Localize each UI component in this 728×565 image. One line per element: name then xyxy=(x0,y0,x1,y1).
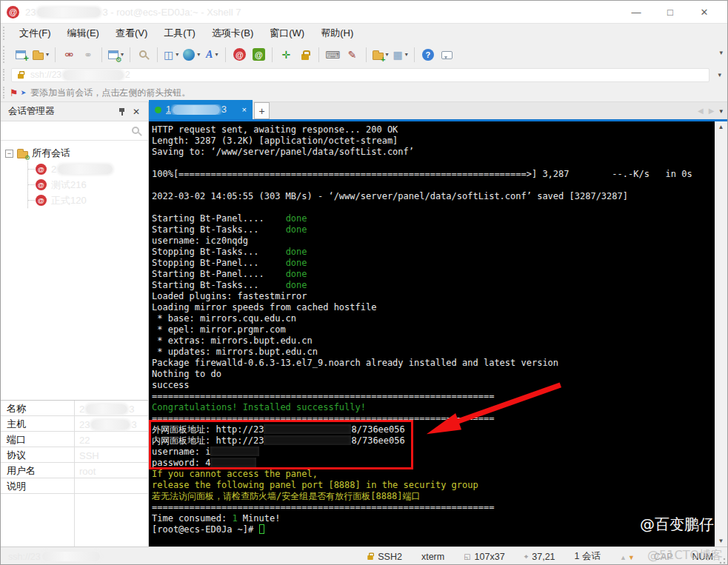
text-segment: Package firewalld-0.6.3-13.el7_9.noarch … xyxy=(152,358,558,368)
property-label: 说明 xyxy=(1,478,75,493)
tree-root-all-sessions[interactable]: − 所有会话 xyxy=(5,145,148,161)
menu-item-4[interactable]: 选项卡(B) xyxy=(204,24,261,43)
text-segment: HTTP request sent, awaiting response... … xyxy=(152,124,398,135)
xshell-button[interactable]: @ xyxy=(230,45,249,64)
text-segment: 23 xyxy=(25,7,36,18)
scroll-up-icon[interactable]: ▲ xyxy=(718,121,724,133)
property-filler xyxy=(1,494,148,546)
tab-list-dropdown-icon[interactable]: ▾ xyxy=(719,107,723,115)
text-segment: Loaded plugins: fastestmirror xyxy=(152,291,307,301)
property-label: 名称 xyxy=(1,401,75,415)
position-icon: ⌖ xyxy=(524,552,529,561)
session-icon: @ xyxy=(36,179,47,190)
menu-item-5[interactable]: 窗口(W) xyxy=(261,24,313,43)
protocol-indicator[interactable]: SSH2 xyxy=(357,551,412,563)
open-session-button[interactable]: ▾ xyxy=(30,45,51,64)
scroll-up-icon[interactable]: ▲ xyxy=(620,554,627,561)
session-properties-button[interactable]: ▾ xyxy=(106,45,126,64)
minimize-button[interactable]: — xyxy=(619,1,653,22)
pin-panel-button[interactable] xyxy=(114,104,129,119)
tabbar: 13 × + ◀ ▶ ▾ xyxy=(149,102,727,121)
scroll-buttons[interactable]: ▲▼ xyxy=(610,551,644,563)
menu-item-0[interactable]: 文件(F) xyxy=(11,24,59,43)
menu-item-3[interactable]: 工具(T) xyxy=(156,24,204,43)
help-button[interactable]: ? xyxy=(418,45,438,64)
maximize-button[interactable]: □ xyxy=(653,1,687,22)
new-folder-button[interactable]: ▾ xyxy=(370,45,391,64)
fullscreen-button[interactable]: ✛ xyxy=(276,45,295,64)
reconnect-button[interactable]: ⚭ xyxy=(79,45,98,64)
text-segment: SSH xyxy=(79,450,99,461)
terminal-line-23: Nothing to do xyxy=(152,369,712,380)
dropdown-arrow-icon[interactable]: ▾ xyxy=(386,51,389,58)
layout-button[interactable]: ◫▾ xyxy=(161,45,181,64)
compose-button[interactable]: ✎ xyxy=(343,45,362,64)
menu-item-2[interactable]: 查看(V) xyxy=(107,24,156,43)
property-row-3: 协议SSH xyxy=(1,447,148,463)
address-field[interactable]: ssh://232 xyxy=(11,68,709,82)
session-tree: − 所有会话 @2@测试216@正式120 xyxy=(1,141,148,400)
text-segment: root xyxy=(79,466,96,477)
infobar: ⚑ ➤ 要添加当前会话，点击左侧的箭头按钮。 xyxy=(1,84,727,102)
dropdown-arrow-icon[interactable]: ▾ xyxy=(215,51,218,58)
terminal-line-22: Package firewalld-0.6.3-13.el7_9.noarch … xyxy=(152,358,712,369)
address-dropdown-arrow[interactable]: ▾ xyxy=(718,71,721,78)
link-icon: ⚭ xyxy=(84,50,93,60)
session-item-3[interactable]: @正式120 xyxy=(28,193,148,208)
property-row-2: 端口22 xyxy=(1,432,148,447)
xftp-button[interactable]: @ xyxy=(249,45,268,64)
cursor-position[interactable]: ⌖37,21 xyxy=(515,551,565,563)
menu-item-1[interactable]: 编辑(E) xyxy=(59,24,107,43)
terminal-line-20: * extras: mirrors.bupt.edu.cn xyxy=(152,335,712,347)
session-manager-title: 会话管理器 xyxy=(8,105,114,118)
terminal[interactable]: HTTP request sent, awaiting response... … xyxy=(149,121,727,546)
new-session-button[interactable] xyxy=(11,45,30,64)
add-session-arrow-icon: ➤ xyxy=(21,89,27,96)
scroll-down-icon[interactable]: ▼ xyxy=(718,535,724,546)
open-in-browser-button[interactable]: ▾ xyxy=(181,45,202,64)
annotation-red-box xyxy=(149,420,413,469)
terminal-size[interactable]: ◱107x37 xyxy=(454,551,514,563)
dropdown-arrow-icon[interactable]: ▾ xyxy=(405,51,408,58)
new-tab-button[interactable]: + xyxy=(254,102,270,119)
dropdown-arrow-icon[interactable]: ▾ xyxy=(176,51,178,58)
terminal-scrollbar[interactable]: ▲ ▼ xyxy=(715,121,727,546)
close-panel-button[interactable]: ✕ xyxy=(129,104,144,119)
terminal-line-1: HTTP request sent, awaiting response... … xyxy=(152,124,712,136)
tab-scroll-right-icon[interactable]: ▶ xyxy=(709,107,715,115)
menu-item-6[interactable]: 帮助(H) xyxy=(313,24,361,43)
terminal-line-4 xyxy=(152,158,712,169)
tile-windows-button[interactable]: ▦▾ xyxy=(391,45,410,64)
lock-screen-button[interactable] xyxy=(295,45,315,64)
session-count[interactable]: 1 会话 xyxy=(565,551,610,563)
virtual-keyboard-button[interactable]: ⌨ xyxy=(323,45,342,64)
message-button[interactable] xyxy=(438,45,457,64)
xshell-logo-icon: @ xyxy=(7,6,19,19)
session-manager-panel: 会话管理器 ✕ − 所有会话 @2@测试216@正式120 名称23主机233端… xyxy=(1,102,149,546)
dropdown-arrow-icon[interactable]: ▾ xyxy=(46,51,49,58)
close-button[interactable]: ✕ xyxy=(687,1,721,22)
session-search-input[interactable] xyxy=(7,124,131,138)
text-segment: Time consumed: xyxy=(152,513,232,524)
disconnect-button[interactable]: ⚮ xyxy=(59,45,79,64)
dropdown-arrow-icon[interactable]: ▾ xyxy=(197,51,200,58)
session-item-1[interactable]: @2 xyxy=(28,161,148,177)
text-segment: ssh://23 xyxy=(8,552,41,562)
tab-session-active[interactable]: 13 × xyxy=(149,100,253,119)
terminal-type[interactable]: xterm xyxy=(412,551,454,563)
tab-scroll-left-icon[interactable]: ◀ xyxy=(698,107,704,115)
tree-collapse-icon[interactable]: − xyxy=(5,150,13,158)
tab-nav-controls: ◀ ▶ ▾ xyxy=(698,107,723,115)
find-button[interactable] xyxy=(134,45,153,64)
font-color-button[interactable]: A▾ xyxy=(202,45,221,64)
text-segment: 若无法访问面板，请检查防火墙/安全组是否有放行面板[8888]端口 xyxy=(152,491,421,501)
pin-icon xyxy=(118,107,125,116)
size-icon: ◱ xyxy=(464,552,470,561)
tab-close-icon[interactable]: × xyxy=(242,105,247,114)
session-item-2[interactable]: @测试216 xyxy=(28,177,148,193)
toolbar-separator xyxy=(318,47,319,62)
statusbar-url: ssh://23 xyxy=(8,552,357,562)
scroll-down-icon[interactable]: ▼ xyxy=(628,554,635,561)
toolbar-overflow-arrow[interactable]: ▾ xyxy=(719,49,723,56)
window-title: 233 - root@ecs-ED0Ja:~ - Xshell 7 xyxy=(25,7,619,18)
